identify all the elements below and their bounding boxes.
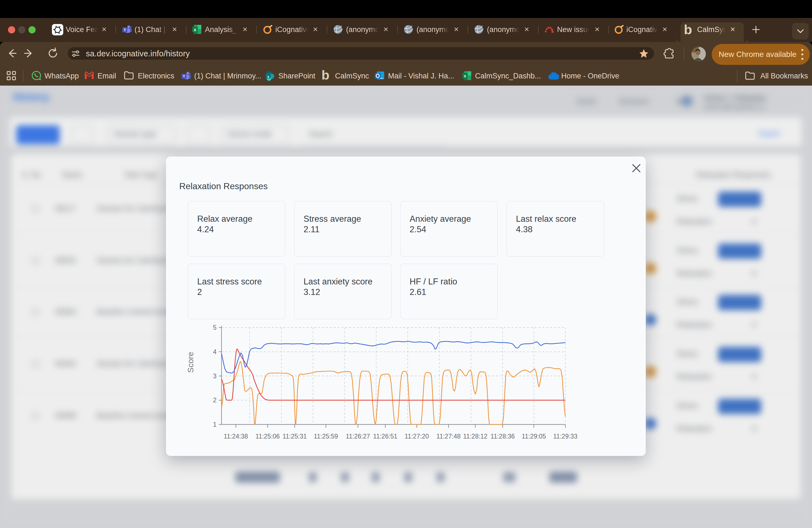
svg-text:11:28:36: 11:28:36 bbox=[491, 433, 515, 440]
svg-text:T: T bbox=[124, 28, 126, 32]
svg-text:s: s bbox=[267, 75, 269, 79]
svg-text:Score: Score bbox=[186, 352, 195, 373]
svg-text:11:27:48: 11:27:48 bbox=[436, 433, 461, 440]
svg-text:11:29:05: 11:29:05 bbox=[522, 433, 546, 440]
svg-text:T: T bbox=[183, 74, 185, 78]
svg-text:1: 1 bbox=[213, 421, 217, 428]
svg-text:11:25:31: 11:25:31 bbox=[282, 433, 307, 440]
svg-text:11:24:38: 11:24:38 bbox=[224, 433, 248, 440]
svg-text:x: x bbox=[464, 73, 466, 78]
svg-text:11:29:33: 11:29:33 bbox=[553, 433, 578, 440]
svg-text:11:26:27: 11:26:27 bbox=[346, 433, 370, 440]
svg-text:5: 5 bbox=[213, 324, 217, 331]
svg-text:11:27:20: 11:27:20 bbox=[405, 433, 429, 440]
svg-text:4: 4 bbox=[213, 348, 217, 355]
svg-text:x: x bbox=[194, 27, 197, 32]
svg-text:2: 2 bbox=[213, 397, 217, 404]
svg-text:3: 3 bbox=[213, 372, 217, 380]
svg-text:11:26:51: 11:26:51 bbox=[373, 433, 397, 440]
svg-text:11:25:59: 11:25:59 bbox=[314, 433, 338, 440]
svg-text:11:28:12: 11:28:12 bbox=[463, 433, 488, 440]
svg-text:11:25:06: 11:25:06 bbox=[256, 433, 280, 440]
